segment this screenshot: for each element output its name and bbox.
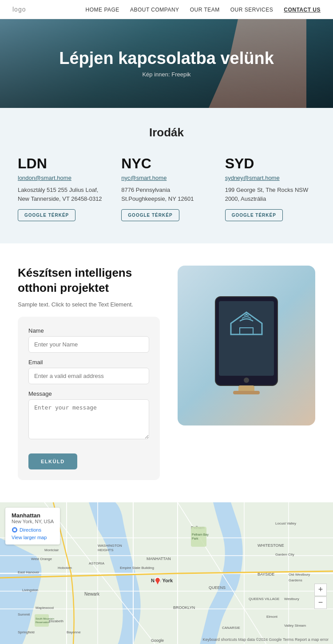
svg-text:CANARSIE: CANARSIE (222, 626, 240, 630)
map-info-panel: Manhattan New York, NY, USA Directions V… (5, 508, 60, 545)
office-card-syd: SYD sydney@smart.home 199 George St, The… (225, 155, 315, 221)
form-card: Name Email Message ELKÜLD (18, 317, 160, 480)
svg-text:South Mountain: South Mountain (36, 617, 54, 620)
nav-item-home[interactable]: HOME PAGE (86, 5, 119, 13)
contact-image (178, 266, 315, 425)
office-address-nyc: 8776 Pennsylvania St.Poughkeepsie, NY 12… (121, 186, 211, 203)
svg-text:New York: New York (151, 578, 173, 583)
nav-item-team[interactable]: OUR TEAM (190, 5, 220, 13)
nav-links: HOME PAGE ABOUT COMPANY OUR TEAM OUR SER… (86, 5, 321, 13)
email-label: Email (28, 359, 149, 366)
google-map-btn-nyc[interactable]: GOOGLE TÉRKÉP (121, 209, 179, 221)
map-directions[interactable]: Directions (12, 527, 54, 533)
svg-text:HEIGHTS: HEIGHTS (98, 548, 114, 552)
svg-text:BAYSIDE: BAYSIDE (258, 572, 274, 576)
office-email-syd[interactable]: sydney@smart.home (225, 175, 315, 181)
svg-text:Hoboken: Hoboken (58, 566, 72, 570)
nav-link-about[interactable]: ABOUT COMPANY (130, 7, 179, 13)
map-attribution: Keyboard shortcuts Map data ©2024 Google… (202, 637, 329, 642)
office-abbr-syd: SYD (225, 155, 315, 172)
view-larger-map-link[interactable]: View larger map (12, 535, 54, 540)
svg-text:Garden City: Garden City (275, 553, 294, 557)
directions-icon (12, 527, 18, 533)
logo: logo (12, 6, 26, 13)
office-email-nyc[interactable]: nyc@smart.home (121, 175, 211, 181)
office-email-ldn[interactable]: london@smart.home (18, 175, 108, 181)
name-label: Name (28, 327, 149, 334)
hero-section: Lépjen kapcsolatba velünk Kép innen: Fre… (0, 19, 333, 108)
svg-text:Livingston: Livingston (22, 588, 38, 592)
svg-text:Springfield: Springfield (18, 630, 35, 634)
map-place-name: Manhattan (12, 512, 54, 519)
svg-text:Newark: Newark (84, 592, 100, 596)
google-map-btn-ldn[interactable]: GOOGLE TÉRKÉP (18, 209, 75, 221)
svg-text:QUEENS VILLAGE: QUEENS VILLAGE (249, 597, 279, 601)
svg-text:WHITESTONE: WHITESTONE (258, 543, 284, 548)
nav-item-services[interactable]: OUR SERVICES (230, 5, 273, 13)
map-canvas: New York Newark BROOKLYN QUEENS MANHATTA… (0, 502, 333, 644)
svg-text:Elmont: Elmont (266, 615, 278, 619)
submit-button[interactable]: ELKÜLD (28, 453, 77, 469)
svg-text:Locust Valley: Locust Valley (275, 521, 296, 525)
svg-rect-57 (35, 614, 49, 627)
nav-link-contact[interactable]: CONTACT US (284, 7, 321, 13)
map-section: New York Newark BROOKLYN QUEENS MANHATTA… (0, 502, 333, 644)
svg-text:Valley Stream: Valley Stream (284, 624, 306, 628)
name-input[interactable] (28, 336, 149, 353)
nav-link-home[interactable]: HOME PAGE (86, 7, 119, 13)
svg-text:Reservation: Reservation (36, 621, 50, 624)
svg-rect-7 (233, 391, 260, 394)
offices-grid: LDN london@smart.home Lakosztály 515 255… (18, 155, 315, 221)
office-address-syd: 199 George St, The Rocks NSW 2000, Auszt… (225, 186, 315, 203)
svg-text:Gardens: Gardens (289, 578, 302, 582)
svg-text:BROOKLYN: BROOKLYN (173, 605, 195, 610)
navbar: logo HOME PAGE ABOUT COMPANY OUR TEAM OU… (0, 0, 333, 19)
svg-point-5 (244, 378, 249, 383)
nav-link-services[interactable]: OUR SERVICES (230, 7, 273, 13)
svg-text:Pelham Bay: Pelham Bay (192, 533, 209, 537)
zoom-in-button[interactable]: + (314, 584, 327, 596)
office-card-nyc: NYC nyc@smart.home 8776 Pennsylvania St.… (121, 155, 211, 221)
offices-section: Irodák LDN london@smart.home Lakosztály … (0, 108, 333, 243)
svg-text:West Orange: West Orange (31, 557, 52, 561)
hero-subtitle: Kép innen: Freepik (59, 71, 274, 78)
svg-text:MANHATTAN: MANHATTAN (147, 557, 171, 561)
smart-home-tablet-illustration (206, 292, 286, 399)
hero-title: Lépjen kapcsolatba velünk (59, 49, 274, 68)
offices-title: Irodák (18, 126, 315, 139)
svg-text:Summit: Summit (18, 612, 30, 616)
contact-heading: Készítsen intelligens otthoni projektet (18, 266, 160, 296)
message-label: Message (28, 390, 149, 397)
google-map-btn-syd[interactable]: GOOGLE TÉRKÉP (225, 209, 283, 221)
office-card-ldn: LDN london@smart.home Lakosztály 515 255… (18, 155, 108, 221)
form-group-name: Name (28, 327, 149, 353)
office-abbr-nyc: NYC (121, 155, 211, 172)
svg-text:ASTORIA: ASTORIA (89, 561, 105, 565)
svg-text:QUEENS: QUEENS (209, 585, 226, 590)
svg-text:Westbury: Westbury (284, 597, 299, 601)
message-textarea[interactable] (28, 399, 149, 439)
zoom-out-button[interactable]: − (314, 596, 327, 609)
contact-section: Készítsen intelligens otthoni projektet … (0, 243, 333, 502)
svg-text:Old Westbury: Old Westbury (289, 572, 310, 576)
contact-form-area: Készítsen intelligens otthoni projektet … (18, 266, 160, 480)
nav-item-about[interactable]: ABOUT COMPANY (130, 5, 179, 13)
hero-content: Lépjen kapcsolatba velünk Kép innen: Fre… (59, 49, 274, 78)
contact-description: Sample text. Click to select the Text El… (18, 301, 160, 308)
office-address-ldn: Lakosztály 515 255 Julius Loaf, New Tann… (18, 186, 108, 203)
svg-text:Empire State Building: Empire State Building (120, 566, 154, 570)
svg-text:East Hanover: East Hanover (18, 570, 40, 574)
office-abbr-ldn: LDN (18, 155, 108, 172)
svg-text:Maplewood: Maplewood (36, 606, 54, 610)
form-group-email: Email (28, 359, 149, 384)
form-group-message: Message (28, 390, 149, 441)
map-place-sub: New York, NY, USA (12, 519, 54, 524)
map-zoom-controls: + − (314, 584, 327, 609)
svg-text:Google: Google (151, 638, 164, 643)
email-input[interactable] (28, 368, 149, 384)
svg-text:Park: Park (192, 537, 198, 540)
nav-item-contact[interactable]: CONTACT US (284, 5, 321, 13)
svg-text:Montclair: Montclair (44, 548, 59, 552)
svg-text:WASHINGTON: WASHINGTON (98, 544, 122, 548)
nav-link-team[interactable]: OUR TEAM (190, 7, 220, 13)
